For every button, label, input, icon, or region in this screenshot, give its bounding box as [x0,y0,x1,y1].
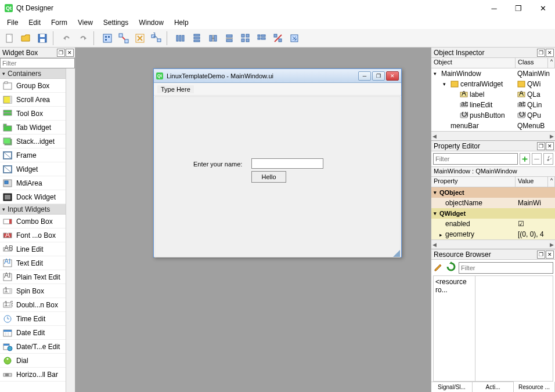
form-close-icon[interactable]: ✕ [386,71,399,81]
prop-row[interactable]: enabled☑ [431,219,555,229]
menu-edit[interactable]: Edit [24,17,45,28]
panel-float-icon[interactable]: ❐ [537,49,545,57]
inspector-hscroll[interactable]: ◀▶ [431,131,555,140]
layout-vsplit-icon[interactable] [222,31,237,46]
scrollbar-v[interactable] [66,68,75,392]
signal-slot-icon[interactable] [116,31,131,46]
inspector-row[interactable]: OKpushButtonOKQPu [431,110,555,121]
panel-close-icon[interactable]: ✕ [546,251,554,259]
open-file-icon[interactable] [19,31,34,46]
tree-item[interactable]: AIText Edit [0,256,66,270]
panel-close-icon[interactable]: ✕ [66,49,74,57]
design-menubar[interactable]: Type Here [154,83,401,96]
prop-header-property[interactable]: Property [431,177,516,187]
menu-help[interactable]: Help [170,17,193,28]
tab-order-icon[interactable]: 1 [149,31,164,46]
tab-action[interactable]: Acti... [473,382,514,392]
menu-view[interactable]: View [73,17,98,28]
prop-group[interactable]: ▾QObject [431,187,555,198]
tree-item[interactable]: Tool Box [0,107,66,121]
menu-form[interactable]: Form [46,17,72,28]
form-label[interactable]: Enter your name: [193,161,242,168]
prop-row[interactable]: objectNameMainWi [431,198,555,208]
tree-item[interactable]: Horizo...ll Bar [0,368,66,382]
tree-item[interactable]: Scroll Area [0,93,66,107]
tree-item[interactable]: Widget [0,162,66,176]
prop-group[interactable]: ▾QWidget [431,208,555,219]
prop-header-value[interactable]: Value [516,177,548,187]
tree-item[interactable]: Date/T...e Edit [0,340,66,354]
panel-float-icon[interactable]: ❐ [537,251,545,259]
add-property-icon[interactable]: ＋ [520,153,530,165]
header-chevron-icon[interactable]: ^ [548,58,555,68]
tab-resource[interactable]: Resource ... [514,382,555,392]
tree-item[interactable]: 1.2Doubl...n Box [0,298,66,312]
panel-float-icon[interactable]: ❐ [57,49,65,57]
design-canvas[interactable]: Enter your name: Hello [154,96,401,257]
close-button[interactable]: ✕ [535,4,550,13]
menu-window[interactable]: Window [134,17,168,28]
tree-group[interactable]: ▾Input Widgets [0,204,66,215]
property-rows[interactable]: ▾QObjectobjectNameMainWi▾QWidgetenabled☑… [431,187,555,239]
save-file-icon[interactable] [35,31,50,46]
adjust-size-icon[interactable] [287,31,302,46]
inspector-row[interactable]: ▾centralWidgetQWi [431,79,555,89]
tree-item[interactable]: Frame [0,148,66,162]
panel-float-icon[interactable]: ❐ [537,142,545,150]
menu-file[interactable]: File [2,17,23,28]
form-push-button[interactable]: Hello [251,171,286,183]
menubar-hint[interactable]: Type Here [157,85,194,93]
remove-property-icon[interactable]: ─ [532,153,542,165]
prop-hscroll[interactable]: ◀▶ [431,239,555,249]
new-file-icon[interactable] [2,31,17,46]
widget-box-filter[interactable] [0,58,75,68]
minimize-button[interactable]: ─ [486,4,502,13]
tree-item[interactable]: ABILine Edit [0,242,66,256]
undo-icon[interactable] [59,31,74,46]
tree-item[interactable]: 1Spin Box [0,284,66,298]
layout-v-icon[interactable] [189,31,204,46]
break-layout-icon[interactable] [271,31,286,46]
tree-item[interactable]: Date Edit [0,326,66,340]
menu-settings[interactable]: Settings [99,17,133,28]
inspector-tree[interactable]: ▾MainWindowQMainWin▾centralWidgetQWiAlab… [431,68,555,131]
tree-item[interactable]: Dock Widget [0,190,66,204]
tree-item[interactable]: Time Edit [0,312,66,326]
inspector-row[interactable]: menuBarQMenuB [431,121,555,131]
panel-close-icon[interactable]: ✕ [546,142,554,150]
tree-item[interactable]: MdiArea [0,176,66,190]
resource-tree[interactable]: <resource ro... [434,276,475,381]
resource-filter[interactable] [459,262,553,274]
inspector-row[interactable]: AlabelAQLa [431,89,555,100]
tree-item[interactable]: AFont ...o Box [0,228,66,242]
prop-row[interactable]: ▸geometry[(0, 0), 4 [431,229,555,239]
tree-item[interactable]: AIPlain Text Edit [0,270,66,284]
edit-resource-icon[interactable] [433,262,444,274]
widget-layout-icon[interactable] [100,31,115,46]
buddy-icon[interactable] [132,31,147,46]
layout-form-icon[interactable] [254,31,269,46]
tab-signal-slot[interactable]: Signal/Sl... [431,382,473,392]
inspector-row[interactable]: ▾MainWindowQMainWin [431,68,555,79]
layout-h-icon[interactable] [173,31,188,46]
inspector-header-object[interactable]: Object [431,58,516,68]
tree-item[interactable]: Tab Widget [0,121,66,135]
reload-resource-icon[interactable] [446,262,456,274]
maximize-button[interactable]: ❐ [511,4,526,13]
redo-icon[interactable] [75,31,91,46]
resize-handle-icon[interactable] [393,250,400,257]
layout-grid-icon[interactable] [238,31,253,46]
design-titlebar[interactable]: Qt LinuxTemplateDemo - MainWindow.ui ─ ❐… [154,69,401,83]
design-window[interactable]: Qt LinuxTemplateDemo - MainWindow.ui ─ ❐… [153,68,402,257]
tree-item[interactable]: Dial [0,354,66,368]
widget-tree[interactable]: ▾ContainersGroup BoxScroll AreaTool BoxT… [0,68,66,392]
wrench-icon[interactable] [543,153,553,165]
tree-group[interactable]: ▾Containers [0,68,66,79]
form-line-edit[interactable] [251,158,323,169]
form-minimize-icon[interactable]: ─ [358,71,371,81]
inspector-header-class[interactable]: Class [516,58,548,68]
tree-item[interactable]: Combo Box [0,215,66,228]
panel-close-icon[interactable]: ✕ [546,49,554,57]
header-chevron-icon[interactable]: ^ [548,177,555,187]
property-filter[interactable] [433,153,518,165]
